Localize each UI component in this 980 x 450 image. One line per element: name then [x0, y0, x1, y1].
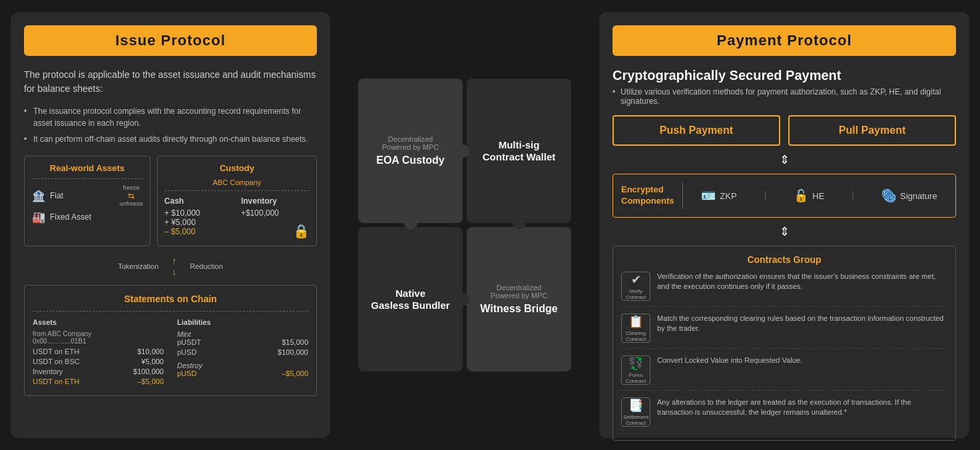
payment-protocol-panel: Payment Protocol Cryptographically Secur…: [599, 12, 969, 438]
verify-icon: ✔: [631, 272, 641, 287]
contracts-group-box: Contracts Group ✔ Verify Contract Verifi…: [612, 246, 956, 441]
witness-title: Witness Bridge: [480, 302, 557, 315]
freeze-label: freeze: [123, 184, 140, 191]
payment-title: Payment Protocol: [716, 32, 852, 49]
contracts-group-title: Contracts Group: [621, 254, 947, 265]
zkp-label: ZKP: [720, 191, 736, 201]
enc-items: 🪪 ZKP | 🔓 HE | 🫆 Signature: [691, 188, 947, 203]
fixed-asset-icon: 🏭: [31, 211, 46, 223]
encrypted-label: Encrypted Components: [621, 184, 674, 207]
lock-icon: 🔒: [293, 223, 310, 239]
he-label: HE: [812, 191, 824, 201]
asset-rows: USDT on ETH $10,000 USDT on BSC ¥5,000 I…: [33, 347, 164, 385]
fiat-label: Fiat: [50, 191, 63, 200]
forex-icon: 💱: [628, 356, 643, 371]
signature-icon: 🫆: [881, 188, 896, 203]
destroy-label: Destroy: [177, 361, 308, 369]
custody-cols: Cash + $10,000 + ¥5,000 – $5,000 Invento…: [164, 196, 310, 239]
asset-row-4: USDT on ETH –$5,000: [33, 377, 164, 385]
down-arrow-1: ⇕: [612, 152, 956, 167]
statements-cols: Assets from ABC Company 0x00………..01B1 US…: [33, 318, 308, 387]
verify-contract-text: Verification of the authorization ensure…: [657, 272, 947, 292]
unfreeze-label: unfreeze: [120, 200, 143, 207]
cash-row-1: + $10,000: [164, 208, 233, 218]
issue-intro: The protocol is applicable to the asset …: [24, 68, 317, 96]
clearing-icon: 📋: [628, 314, 643, 329]
issue-bullets: The issuance protocol complies with the …: [24, 105, 317, 145]
fiat-row: 🏦 Fiat freeze ⇆ unfreeze: [31, 184, 143, 207]
assets-from: from ABC Company: [33, 330, 164, 338]
cash-title: Cash: [164, 196, 233, 206]
freeze-arrow: ⇆: [128, 191, 134, 200]
clearing-contract-text: Match the corresponding clearing rules b…: [657, 314, 947, 334]
forex-contract-row: 💱 Forex Contract Convert Locked Value in…: [621, 355, 947, 391]
fixed-asset-label: Fixed Asset: [50, 212, 91, 222]
notch-gasless-right: [456, 293, 469, 306]
puzzle-gasless: Native Gasless Bundler: [358, 227, 463, 371]
enc-zkp: 🪪 ZKP: [701, 188, 736, 203]
tokenization-row: Tokenization ↑ ↓ Reduction: [24, 256, 317, 277]
real-world-assets-box: Real-world Assets 🏦 Fiat freeze ⇆ unfree…: [24, 156, 150, 246]
enc-signature: 🫆 Signature: [881, 188, 937, 203]
settlement-contract-row: 📑 Settlement Contract Any alterations to…: [621, 397, 947, 432]
bullet-1: The issuance protocol complies with the …: [24, 105, 317, 129]
notch-eoa-bottom: [404, 216, 417, 230]
destroy-row-1: pUSD –$5,000: [177, 369, 308, 377]
push-payment-button[interactable]: Push Payment: [612, 115, 780, 146]
liabilities-col: Liabilities Mint pUSDT $15,000 pUSD $100…: [177, 318, 308, 387]
statements-title: Statements on Chain: [33, 294, 308, 304]
eoa-title: EOA Custody: [376, 154, 445, 166]
forex-contract-text: Convert Locked Value into Requested Valu…: [657, 355, 947, 365]
verify-contract-icon-box: ✔ Verify Contract: [621, 272, 650, 301]
issue-title: Issue Protocol: [115, 32, 226, 49]
assets-custody-row: Real-world Assets 🏦 Fiat freeze ⇆ unfree…: [24, 156, 317, 246]
clearing-contract-row: 📋 Clearing Contract Match the correspond…: [621, 314, 947, 349]
mint-label: Mint: [177, 330, 308, 338]
settlement-contract-text: Any alterations to the ledger are treate…: [657, 397, 947, 418]
verify-contract-row: ✔ Verify Contract Verification of the au…: [621, 272, 947, 307]
crypto-desc: Utilize various verification methods for…: [612, 87, 956, 106]
encrypted-components-box: Encrypted Components 🪪 ZKP | 🔓 HE | 🫆 Si…: [612, 174, 956, 218]
inventory-title: Inventory: [241, 196, 310, 206]
verify-label: Verify Contract: [626, 288, 646, 300]
enc-divider-1: [682, 182, 683, 209]
issue-protocol-panel: Issue Protocol The protocol is applicabl…: [11, 12, 330, 438]
asset-row-1: USDT on ETH $10,000: [33, 347, 164, 355]
forex-contract-icon-box: 💱 Forex Contract: [621, 355, 650, 385]
witness-sub: Decentralized Powered by MPC: [491, 284, 548, 300]
assets-col: Assets from ABC Company 0x00………..01B1 US…: [33, 318, 164, 387]
forex-label: Forex Contract: [626, 372, 646, 384]
puzzle-eoa-custody: Decentralized Powered by MPC EOA Custody: [358, 79, 463, 223]
he-icon: 🔓: [794, 188, 808, 203]
payment-title-bar: Payment Protocol: [612, 25, 956, 56]
mint-row-1: pUSDT $15,000: [177, 338, 308, 346]
pull-payment-button[interactable]: Pull Payment: [788, 115, 956, 146]
puzzle-grid: Decentralized Powered by MPC EOA Custody…: [358, 79, 571, 371]
fiat-icon: 🏦: [31, 190, 46, 202]
cash-col: Cash + $10,000 + ¥5,000 – $5,000: [164, 196, 233, 239]
custody-subtitle: ABC Company: [164, 178, 310, 186]
inventory-val: +$100,000: [241, 208, 310, 218]
clearing-contract-icon-box: 📋 Clearing Contract: [621, 314, 650, 343]
tokenization-label: Tokenization: [118, 262, 158, 270]
rwa-title: Real-world Assets: [31, 163, 143, 173]
custody-title: Custody: [164, 163, 310, 173]
zkp-icon: 🪪: [701, 188, 716, 203]
asset-row-2: USDT on BSC ¥5,000: [33, 357, 164, 365]
fixed-asset-row: 🏭 Fixed Asset: [31, 211, 143, 223]
assets-addr: 0x00………..01B1: [33, 338, 164, 345]
statements-box: Statements on Chain Assets from ABC Comp…: [24, 285, 317, 396]
sep-2: |: [852, 190, 854, 202]
tok-arrows: ↑ ↓: [172, 256, 176, 277]
inventory-col: Inventory +$100,000 🔒: [241, 196, 310, 239]
reduction-label: Reduction: [190, 262, 223, 270]
settlement-contract-icon-box: 📑 Settlement Contract: [621, 397, 650, 427]
down-arrow-2: ⇕: [612, 224, 956, 239]
liabilities-header: Liabilities: [177, 318, 308, 326]
cash-row-3: – $5,000: [164, 227, 233, 236]
eoa-sub: Decentralized Powered by MPC: [382, 135, 439, 151]
puzzle-witness: Decentralized Powered by MPC Witness Bri…: [467, 227, 571, 371]
bullet-2: It can perform off-chain asset audits di…: [24, 133, 317, 145]
payment-buttons: Push Payment Pull Payment: [612, 115, 956, 146]
notch-multisig-bottom: [513, 216, 526, 230]
